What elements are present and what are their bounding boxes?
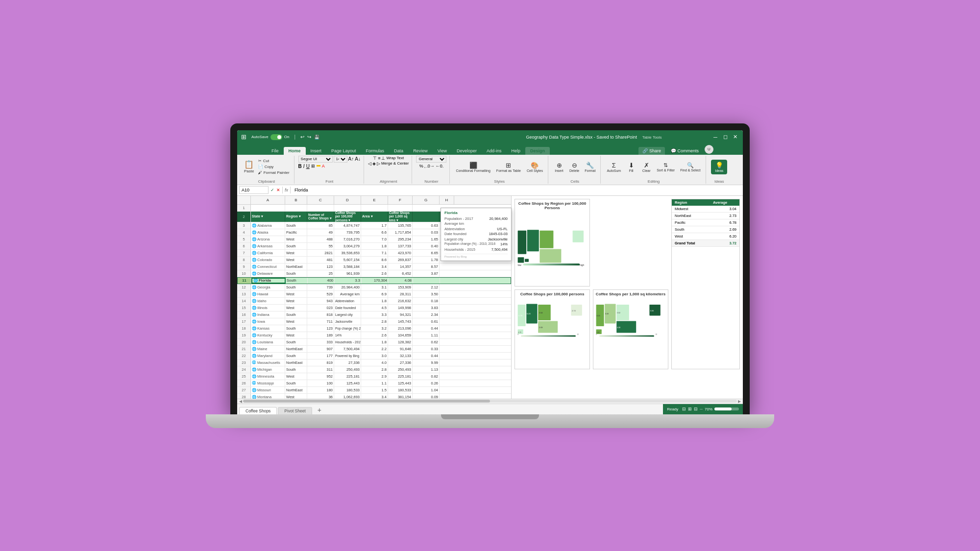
cell-area-14[interactable]: 216,632 (388, 298, 413, 304)
cell-per-16[interactable]: 3.3 (361, 311, 388, 318)
tab-formulas[interactable]: Formulas (361, 147, 390, 155)
percent-button[interactable]: % (419, 164, 423, 168)
cell-pop-7[interactable]: 39,536,653 (334, 250, 361, 256)
cell-km-21[interactable]: 0.33 (413, 346, 440, 352)
sort-filter-button[interactable]: ⇅ Sort & Filter (655, 161, 677, 173)
cell-shops-24[interactable]: 311 (307, 366, 334, 373)
redo-icon[interactable]: ↪ (307, 134, 311, 140)
cell-state-25[interactable]: 🌐Minnesota (251, 373, 285, 380)
cell-pop-6[interactable]: 3,004,279 (334, 243, 361, 249)
cell-per-28[interactable]: 3.4 (361, 394, 388, 399)
cell-region-23[interactable]: NorthEast (285, 359, 307, 366)
cell-region-27[interactable]: NorthEast (285, 387, 307, 393)
cell-region-4[interactable]: Pacific (285, 229, 307, 236)
cell-pop-26[interactable]: 125,443 (334, 380, 361, 386)
cell-pop-8[interactable]: 5,607,154 (334, 257, 361, 263)
cell-pop-24[interactable]: 250,493 (334, 366, 361, 373)
cell-shops-12[interactable]: 739 (307, 284, 334, 290)
cell-area-22[interactable]: 32,133 (388, 353, 413, 359)
format-painter-button[interactable]: 🖌 Format Painter (257, 170, 291, 175)
cell-per-26[interactable]: 1.1 (361, 380, 388, 386)
border-button[interactable]: ⊞ (311, 164, 315, 168)
ideas-button[interactable]: 💡 Ideas (711, 160, 727, 174)
scroll-right-btn[interactable]: ▶ (738, 399, 741, 404)
tab-review[interactable]: Review (408, 147, 433, 155)
header-per-100k[interactable]: Coffee Shops per 100,000 persons ▾ (334, 212, 361, 222)
cell-km-10[interactable]: 3.87 (413, 270, 440, 277)
cell-state-8[interactable]: 🌐Colorado (251, 257, 285, 263)
minimize-button[interactable]: ─ (711, 133, 719, 141)
close-button[interactable]: ✕ (731, 133, 739, 141)
number-format-select[interactable]: General (416, 156, 446, 163)
view-page-break-icon[interactable]: ⊟ (694, 407, 698, 411)
cell-state-7[interactable]: 🌐California (251, 250, 285, 256)
cell-per-22[interactable]: 3.0 (361, 353, 388, 359)
cell-per-25[interactable]: 2.9 (361, 373, 388, 380)
cell-per-6[interactable]: 1.8 (361, 243, 388, 249)
cell-region-15[interactable]: West (285, 305, 307, 311)
cell-region-8[interactable]: West (285, 257, 307, 263)
cell-km-15[interactable]: 3.83 (413, 305, 440, 311)
formula-input[interactable]: Florida (293, 188, 741, 192)
align-bottom-icon[interactable]: ⊥ (381, 156, 385, 161)
cell-per-10[interactable]: 2.6 (361, 270, 388, 277)
cell-state-23[interactable]: 🌐Massachusetts (251, 359, 285, 366)
cell-shops-9[interactable]: 123 (307, 264, 334, 270)
cell-area-8[interactable]: 269,837 (388, 257, 413, 263)
cell-pop-12[interactable]: 20,984,400 (334, 284, 361, 290)
cell-per-23[interactable]: 4.0 (361, 359, 388, 366)
cell-state-17[interactable]: 🌐Iowa (251, 318, 285, 325)
cell-km-17[interactable]: 0.61 (413, 318, 440, 325)
cell-shops-20[interactable]: 333 (307, 339, 334, 345)
format-as-table-button[interactable]: ⊞ Format as Table (494, 161, 523, 173)
cell-region-19[interactable]: West (285, 332, 307, 338)
cell-pop-9[interactable]: 3,588,184 (334, 264, 361, 270)
cell-km-22[interactable]: 0.44 (413, 353, 440, 359)
autosave-toggle[interactable] (270, 134, 282, 140)
cell-area-28[interactable]: 381,154 (388, 394, 413, 399)
header-area[interactable]: Area ▾ (361, 212, 388, 222)
cell-shops-17[interactable]: 711 (307, 318, 334, 325)
cell-km-5[interactable]: 1.65 (413, 236, 440, 242)
cell-state-5[interactable]: 🌐Arizona (251, 236, 285, 242)
decrease-decimal-button[interactable]: ←0. (436, 164, 444, 168)
align-center-icon[interactable]: ◈ (372, 161, 376, 166)
cell-area-13[interactable]: 28,311 (388, 291, 413, 297)
autosum-button[interactable]: Σ AutoSum (605, 161, 623, 173)
cell-km-13[interactable]: 3.50 (413, 291, 440, 297)
cell-shops-7[interactable]: 2821 (307, 250, 334, 256)
cell-km-28[interactable]: 0.09 (413, 394, 440, 399)
cell-shops-18[interactable]: 123 (307, 325, 334, 332)
cell-area-17[interactable]: 145,743 (388, 318, 413, 325)
cell-region-7[interactable]: West (285, 250, 307, 256)
comma-button[interactable]: , (424, 164, 426, 168)
highlight-icon[interactable] (317, 165, 320, 167)
col-header-d[interactable]: D (334, 196, 361, 204)
cell-per-21[interactable]: 2.2 (361, 346, 388, 352)
cell-km-27[interactable]: 1.04 (413, 387, 440, 393)
cell-pop-4[interactable]: 739,795 (334, 229, 361, 236)
cell-km-12[interactable]: 2.12 (413, 284, 440, 290)
zoom-slider[interactable] (714, 407, 739, 410)
cell-pop-13[interactable]: Average km (334, 291, 361, 297)
cell-km-26[interactable]: 0.26 (413, 380, 440, 386)
cell-km-6[interactable]: 0.40 (413, 243, 440, 249)
col-header-g[interactable]: G (413, 196, 440, 204)
cell-km-11[interactable]: 4.08 (389, 278, 413, 284)
tab-data[interactable]: Data (389, 147, 408, 155)
cell-state-22[interactable]: 🌐Maryland (251, 353, 285, 359)
cell-region-10[interactable]: South (285, 270, 307, 277)
cell-region-18[interactable]: South (285, 325, 307, 332)
cell-b1[interactable] (285, 205, 307, 211)
cell-h11[interactable] (413, 278, 440, 284)
cell-region-12[interactable]: South (285, 284, 307, 290)
tab-developer[interactable]: Developer (452, 147, 482, 155)
cell-pop-5[interactable]: 7,016,270 (334, 236, 361, 242)
cell-state-20[interactable]: 🌐Louisiana (251, 339, 285, 345)
cell-pop-25[interactable]: 225,181 (334, 373, 361, 380)
cell-per-20[interactable]: 1.8 (361, 339, 388, 345)
cell-area-25[interactable]: 225,181 (388, 373, 413, 380)
cell-per-18[interactable]: 3.2 (361, 325, 388, 332)
cell-km-18[interactable]: 0.44 (413, 325, 440, 332)
cell-km-23[interactable]: 9.99 (413, 359, 440, 366)
